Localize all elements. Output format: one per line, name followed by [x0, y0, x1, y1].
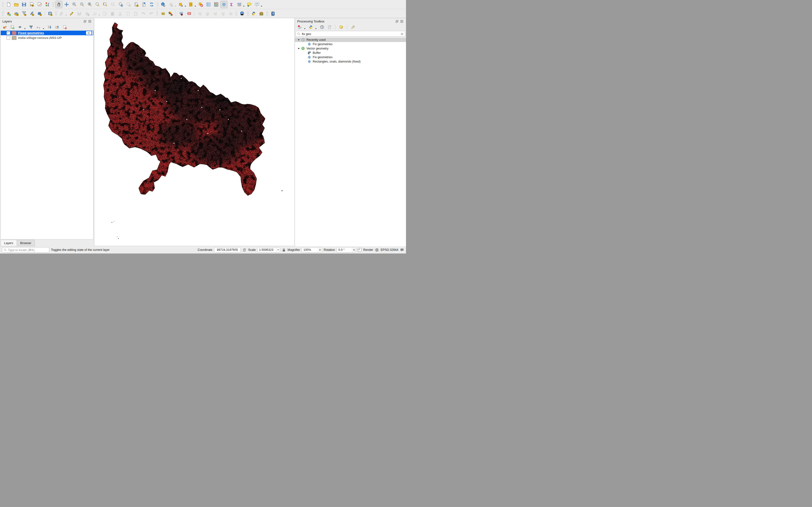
new-temporary-scratch-layer-button[interactable] [46, 10, 54, 17]
add-group-button[interactable] [9, 24, 15, 30]
expander-icon[interactable] [298, 39, 300, 41]
new-shapefile-layer-button[interactable] [20, 10, 28, 17]
text-annotation-dropdown-icon[interactable] [261, 6, 262, 7]
toolbox-algorithm[interactable]: Buffer [295, 51, 406, 55]
toolbox-algorithm[interactable]: Rectangles, ovals, diamonds (fixed) [295, 59, 406, 64]
zoom-last-button[interactable] [117, 1, 124, 8]
models-dropdown-icon[interactable] [304, 28, 305, 29]
remove-layer-icon [62, 25, 67, 30]
zoom-in-button[interactable] [70, 1, 78, 8]
close-panel-icon[interactable] [88, 19, 92, 23]
pin-labels-button[interactable]: ab [177, 10, 185, 17]
statistical-summary-button[interactable]: Σ [228, 1, 236, 8]
toggle-editing-button[interactable] [68, 10, 75, 17]
python-console-button[interactable] [250, 10, 257, 17]
refresh-button[interactable] [148, 1, 155, 8]
collapse-all-icon [55, 25, 59, 30]
remove-layer-button[interactable] [62, 24, 67, 30]
coordinate-input[interactable]: 89724,3197505 [214, 247, 241, 252]
measure-dropdown-icon[interactable] [243, 6, 245, 7]
new-virtual-layer-button[interactable] [36, 10, 43, 17]
float-panel-icon[interactable] [83, 19, 87, 23]
pan-to-selection-button[interactable] [63, 1, 70, 8]
rotation-spinbox[interactable]: 0.0 ° [337, 247, 356, 252]
filter-by-expression-button[interactable]: ε [36, 24, 41, 30]
new-bookmark-button[interactable] [133, 1, 140, 8]
open-project-button[interactable] [12, 1, 20, 8]
close-panel-icon[interactable] [400, 19, 404, 23]
field-calculator-button[interactable] [212, 1, 220, 8]
collapse-all-button[interactable] [54, 24, 60, 30]
processing-toolbox-button[interactable] [220, 1, 227, 8]
map-tips-button[interactable] [246, 1, 253, 8]
new-spatialite-layer-button[interactable] [28, 10, 36, 17]
manage-map-themes-button[interactable] [17, 24, 23, 30]
lock-scale-icon[interactable] [282, 248, 286, 252]
data-source-manager-button[interactable] [5, 10, 12, 17]
expand-all-button[interactable] [47, 24, 52, 30]
models-button[interactable] [297, 24, 303, 30]
zoom-full-button[interactable] [86, 1, 94, 8]
layer-item[interactable]: india-village-census-2001-UP [1, 36, 93, 40]
search-value: fix geo [302, 32, 399, 36]
new-project-button[interactable] [5, 1, 12, 8]
new-geopackage-layer-button[interactable] [12, 10, 20, 17]
memory-layer-indicator-icon[interactable] [86, 31, 91, 35]
layer-labeling-button[interactable]: abc [159, 10, 166, 17]
crs-globe-icon[interactable] [375, 248, 379, 252]
layer-visibility-checkbox[interactable] [6, 36, 10, 40]
identify-features-button[interactable]: i [159, 1, 167, 8]
history-button[interactable] [319, 24, 325, 30]
scripts-button[interactable] [308, 24, 314, 30]
filter-legend-button[interactable] [28, 24, 34, 30]
results-viewer-button[interactable] [326, 24, 332, 30]
show-layout-manager-button[interactable] [36, 1, 43, 8]
help-button[interactable]: ? [269, 10, 277, 17]
clear-search-icon[interactable] [400, 32, 404, 36]
filter-by-expression-dropdown-icon[interactable] [43, 28, 44, 29]
select-by-expression-button[interactable] [187, 1, 195, 8]
toolbox-algorithm[interactable]: Fix geometries [295, 42, 406, 46]
toolbox-search-input[interactable]: fix geo [296, 31, 405, 37]
layer-diagram-button[interactable] [167, 10, 174, 17]
toolbox-group[interactable]: Recently used [295, 38, 406, 42]
float-panel-icon[interactable] [395, 19, 399, 23]
scripts-dropdown-icon[interactable] [315, 28, 317, 29]
magnifier-spinbox[interactable]: 100% [302, 247, 322, 252]
expander-icon[interactable] [298, 48, 300, 49]
new-print-layout-button[interactable] [28, 1, 36, 8]
locate-input[interactable]: Type to locate (⌘K) [2, 247, 49, 252]
map-canvas[interactable] [94, 18, 294, 246]
toolbox-algorithm[interactable]: Fix geometries [295, 55, 406, 59]
open-layer-styling-button[interactable] [2, 24, 8, 30]
deselect-features-button[interactable] [197, 1, 204, 8]
plugin-installer-button[interactable] [258, 10, 265, 17]
render-checkbox[interactable] [358, 248, 361, 252]
zoom-to-selection-button[interactable] [94, 1, 101, 8]
select-by-expression-dropdown-icon[interactable] [195, 6, 196, 7]
highlight-pinned-labels-button[interactable]: abc [185, 10, 193, 17]
layer-visibility-checkbox[interactable] [6, 31, 10, 35]
dock-tab-layers[interactable]: Layers [0, 240, 17, 246]
layer-item[interactable]: Fixed geometries [1, 31, 93, 35]
mouse-extent-icon[interactable] [242, 248, 247, 252]
scale-combobox[interactable]: 1:5595323 [257, 247, 280, 252]
zoom-out-button[interactable] [78, 1, 86, 8]
pan-map-button[interactable] [55, 1, 63, 8]
toolbox-group[interactable]: Vector geometry [295, 46, 406, 51]
select-features-button[interactable] [177, 1, 185, 8]
zoom-to-layer-button[interactable] [101, 1, 109, 8]
metasearch-button[interactable] [238, 10, 246, 17]
messages-icon[interactable] [400, 248, 404, 252]
options-button[interactable] [350, 24, 356, 30]
manage-map-themes-dropdown-icon[interactable] [24, 28, 26, 29]
style-manager-button[interactable]: a [44, 1, 51, 8]
dock-tab-browser[interactable]: Browser [17, 240, 35, 246]
save-project-button[interactable] [20, 1, 28, 8]
show-bookmarks-button[interactable] [140, 1, 148, 8]
measure-button[interactable] [236, 1, 243, 8]
open-attribute-table-button[interactable] [205, 1, 212, 8]
edit-features-in-place-button[interactable] [338, 24, 344, 30]
text-annotation-button[interactable]: T [253, 1, 261, 8]
select-features-dropdown-icon[interactable] [185, 6, 186, 7]
